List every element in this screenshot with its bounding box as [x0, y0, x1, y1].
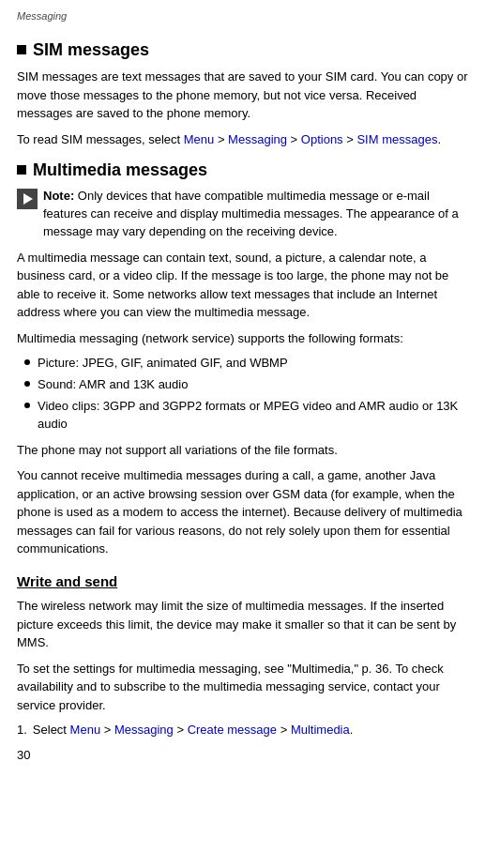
step1-sep1: >: [100, 723, 114, 737]
step1-sep3: >: [277, 723, 291, 737]
sim-sep1: >: [214, 132, 228, 146]
bullet-item-video: Video clips: 3GPP and 3GPP2 formats or M…: [24, 398, 468, 434]
multimedia-body4: You cannot receive multimedia messages d…: [17, 466, 468, 558]
sim-body2-prefix: To read SIM messages, select: [17, 132, 184, 146]
note-content: Only devices that have compatible multim…: [43, 189, 459, 238]
note-icon: [17, 189, 38, 209]
write-send-heading: Write and send: [17, 571, 468, 592]
write-send-body2: To set the settings for multimedia messa…: [17, 660, 468, 715]
step1: 1. Select Menu > Messaging > Create mess…: [17, 722, 468, 739]
sim-section-heading-block: SIM messages: [17, 38, 468, 62]
step1-number: 1.: [17, 722, 27, 739]
multimedia-body3: The phone may not support all variations…: [17, 441, 468, 460]
write-send-body1: The wireless network may limit the size …: [17, 597, 468, 652]
bullet-dot-picture: [24, 359, 30, 365]
sim-options-link: Options: [301, 132, 343, 146]
step1-messaging-link: Messaging: [114, 723, 174, 737]
sim-simmessages-link: SIM messages: [356, 132, 437, 146]
bullet-text-picture: Picture: JPEG, GIF, animated GIF, and WB…: [38, 355, 288, 373]
sim-body1: SIM messages are text messages that are …: [17, 68, 468, 123]
multimedia-body1: A multimedia message can contain text, s…: [17, 249, 468, 322]
bullet-text-video: Video clips: 3GPP and 3GPP2 formats or M…: [38, 398, 468, 434]
note-block: Note: Only devices that have compatible …: [17, 188, 468, 241]
step1-text: Select Menu > Messaging > Create message…: [33, 722, 354, 739]
multimedia-section-heading: Multimedia messages: [33, 158, 207, 182]
sim-body2: To read SIM messages, select Menu > Mess…: [17, 130, 468, 149]
step1-prefix: Select: [33, 723, 70, 737]
sim-messaging-link: Messaging: [228, 132, 287, 146]
step1-menu-link: Menu: [70, 723, 101, 737]
multimedia-section-square: [17, 165, 26, 175]
bullet-dot-sound: [24, 381, 30, 387]
sim-sep3: >: [343, 132, 357, 146]
bullet-item-sound: Sound: AMR and 13K audio: [24, 376, 468, 394]
step1-create-link: Create message: [188, 723, 277, 737]
sim-section-heading: SIM messages: [33, 38, 149, 62]
page-container: Messaging SIM messages SIM messages are …: [0, 0, 485, 868]
header-bar: Messaging: [17, 9, 468, 28]
header-label: Messaging: [17, 10, 67, 22]
multimedia-section-heading-block: Multimedia messages: [17, 158, 468, 182]
bullet-text-sound: Sound: AMR and 13K audio: [38, 376, 188, 394]
note-text: Note: Only devices that have compatible …: [43, 188, 468, 241]
step1-sep2: >: [174, 723, 188, 737]
sim-menu-link: Menu: [184, 132, 215, 146]
page-number: 30: [17, 747, 468, 765]
sim-sep2: >: [287, 132, 301, 146]
bullet-dot-video: [24, 403, 30, 408]
multimedia-body2: Multimedia messaging (network service) s…: [17, 329, 468, 348]
sim-suffix: .: [437, 132, 441, 146]
bullet-item-picture: Picture: JPEG, GIF, animated GIF, and WB…: [24, 355, 468, 373]
note-bold: Note:: [43, 189, 74, 203]
step1-suffix: .: [350, 723, 354, 737]
step1-multimedia-link: Multimedia: [291, 723, 350, 737]
bullet-list: Picture: JPEG, GIF, animated GIF, and WB…: [24, 355, 468, 433]
sim-section-square: [17, 45, 26, 54]
